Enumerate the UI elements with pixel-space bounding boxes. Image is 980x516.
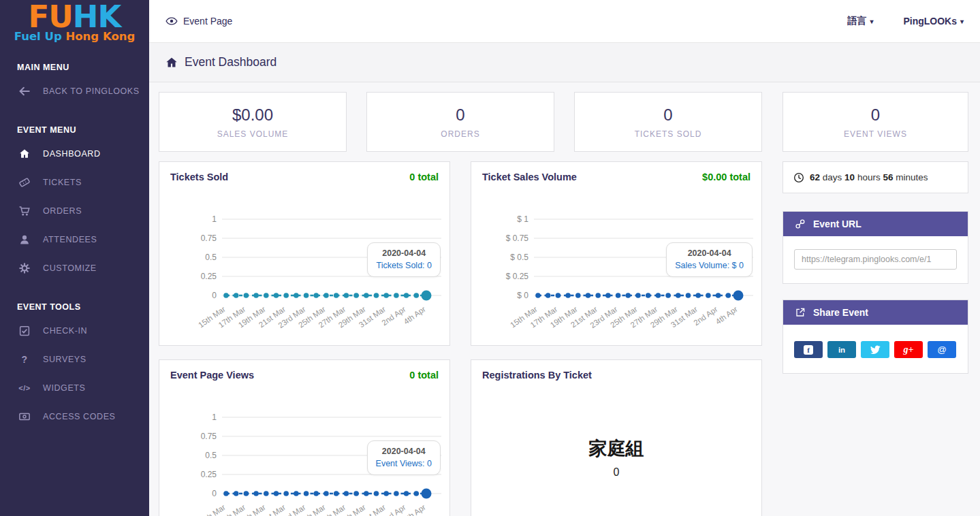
stat-value: 0: [456, 106, 464, 125]
chart-total-badge: $0.00 total: [702, 172, 750, 182]
sidebar-item-label: CHECK-IN: [43, 326, 87, 336]
svg-text:0.25: 0.25: [201, 272, 217, 281]
sidebar-item-label: WIDGETS: [43, 383, 86, 393]
chart-card-registrations-by-ticket: Registrations By Ticket家庭組0: [471, 359, 762, 516]
check-square-icon: [18, 325, 31, 337]
chart-title: Tickets Sold: [170, 172, 228, 182]
arrow-left-icon: [18, 85, 31, 97]
svg-text:$ 0.25: $ 0.25: [506, 272, 529, 281]
ticket-icon: [18, 176, 31, 189]
sidebar-nav: MAIN MENUBACK TO PINGLOOKSEVENT MENUDASH…: [0, 43, 149, 431]
sidebar-item-attendees[interactable]: ATTENDEES: [0, 225, 149, 254]
stat-card-event-views: 0EVENT VIEWS: [783, 92, 968, 152]
stat-label: TICKETS SOLD: [635, 129, 702, 139]
tooltip-date: 2020-04-04: [675, 248, 744, 258]
account-dropdown[interactable]: PingLOOKs▾: [903, 16, 964, 27]
sidebar-item-label: ORDERS: [43, 206, 82, 216]
stat-value: 0: [663, 106, 672, 125]
google-plus-icon: g+: [904, 344, 914, 355]
chart-title: Ticket Sales Volume: [482, 172, 577, 182]
stats-right: 0EVENT VIEWS: [783, 92, 968, 152]
sidebar-item-widgets[interactable]: </>WIDGETS: [0, 374, 149, 402]
topbar: Event Page 語言▾ PingLOOKs▾: [149, 0, 980, 43]
user-icon: [18, 233, 31, 246]
svg-text:0.25: 0.25: [201, 470, 217, 479]
svg-text:15th Mar: 15th Mar: [197, 503, 227, 516]
event-url-input[interactable]: [794, 249, 957, 270]
twitter-icon: [870, 345, 881, 355]
sidebar-item-surveys[interactable]: ?SURVEYS: [0, 345, 149, 374]
share-event-header: Share Event: [783, 300, 968, 325]
tooltip-value: Sales Volume: $ 0: [675, 261, 744, 270]
share-twitter-button[interactable]: [861, 341, 889, 358]
tooltip-date: 2020-04-04: [376, 248, 432, 258]
share-facebook-button[interactable]: f: [794, 341, 823, 358]
chart-title: Registrations By Ticket: [482, 370, 592, 381]
svg-text:0.75: 0.75: [201, 233, 217, 243]
sidebar: FUHK Fuel Up Hong Kong MAIN MENUBACK TO …: [0, 0, 149, 516]
registrations-body: 家庭組0: [482, 381, 750, 479]
tooltip-value: Event Views: 0: [376, 459, 432, 468]
svg-text:$ 1: $ 1: [517, 214, 528, 224]
chart-total-badge: 0 total: [409, 370, 439, 381]
countdown-unit: days: [823, 172, 842, 182]
chart-card-event-page-views: Event Page Views0 total10.750.50.25015th…: [159, 359, 450, 516]
ticket-registrations-count: 0: [482, 466, 750, 479]
question-icon: ?: [18, 353, 31, 366]
svg-text:1: 1: [212, 214, 217, 224]
svg-text:$ 0.75: $ 0.75: [506, 233, 529, 243]
facebook-icon: f: [804, 345, 813, 355]
sidebar-item-access-codes[interactable]: ACCESS CODES: [0, 402, 149, 431]
money-icon: [18, 410, 31, 423]
page-header: Event Dashboard: [149, 43, 980, 82]
sidebar-heading-main-menu: MAIN MENU: [0, 43, 149, 77]
event-url-header: Event URL: [783, 212, 968, 236]
svg-text:0.5: 0.5: [205, 451, 217, 460]
sidebar-item-orders[interactable]: ORDERS: [0, 197, 149, 225]
main-area: Event Page 語言▾ PingLOOKs▾ Event Dashboar…: [149, 0, 980, 516]
stat-value: 0: [871, 106, 880, 125]
sidebar-item-tickets[interactable]: TICKETS: [0, 168, 149, 197]
svg-text:0: 0: [212, 291, 217, 300]
stat-label: SALES VOLUME: [217, 129, 289, 139]
link-icon: [795, 219, 806, 229]
charts-grid: Tickets Sold0 total10.750.50.25015th Mar…: [159, 161, 762, 516]
chart-card-ticket-sales-volume: Ticket Sales Volume$0.00 total$ 1$ 0.75$…: [471, 161, 762, 346]
eye-icon: [165, 15, 178, 27]
gear-icon: [18, 262, 31, 274]
chart-total-badge: 0 total: [409, 172, 439, 182]
event-page-link[interactable]: Event Page: [165, 15, 232, 27]
tooltip-date: 2020-04-04: [376, 447, 432, 456]
chevron-down-icon: ▾: [960, 18, 964, 25]
sidebar-item-dashboard[interactable]: DASHBOARD: [0, 140, 149, 168]
sidebar-item-customize[interactable]: CUSTOMIZE: [0, 254, 149, 283]
event-page-label: Event Page: [183, 16, 232, 27]
chart-tooltip: 2020-04-04Tickets Sold: 0: [367, 242, 441, 277]
sidebar-item-label: BACK TO PINGLOOKS: [43, 86, 140, 96]
code-icon: </>: [18, 382, 31, 394]
sidebar-item-label: CUSTOMIZE: [43, 263, 97, 273]
sidebar-heading-event-tools: EVENT TOOLS: [0, 283, 149, 317]
sidebar-item-label: TICKETS: [43, 178, 82, 187]
svg-text:4th Apr: 4th Apr: [714, 305, 739, 326]
chart-tooltip: 2020-04-04Event Views: 0: [367, 440, 441, 475]
event-url-title: Event URL: [813, 219, 862, 229]
svg-text:$ 0.5: $ 0.5: [510, 253, 528, 262]
chart-card-tickets-sold: Tickets Sold0 total10.750.50.25015th Mar…: [159, 161, 450, 346]
sidebar-item-label: ATTENDEES: [43, 235, 97, 244]
share-event-panel: Share Event fing+@: [783, 300, 968, 374]
logo[interactable]: FUHK Fuel Up Hong Kong: [0, 0, 149, 43]
share-googleplus-button[interactable]: g+: [894, 341, 923, 358]
stat-label: ORDERS: [441, 129, 479, 139]
share-event-title: Share Event: [813, 307, 868, 318]
sidebar-item-back-to-pinglooks[interactable]: BACK TO PINGLOOKS: [0, 77, 149, 106]
share-linkedin-button[interactable]: in: [827, 341, 856, 358]
home-icon: [165, 56, 178, 69]
svg-text:0.75: 0.75: [201, 432, 217, 441]
share-email-button[interactable]: @: [928, 341, 956, 358]
cart-icon: [18, 205, 31, 217]
sidebar-item-check-in[interactable]: CHECK-IN: [0, 317, 149, 345]
sidebar-item-label: SURVEYS: [43, 355, 86, 364]
language-dropdown[interactable]: 語言▾: [847, 15, 873, 27]
chart-title: Event Page Views: [170, 370, 254, 381]
